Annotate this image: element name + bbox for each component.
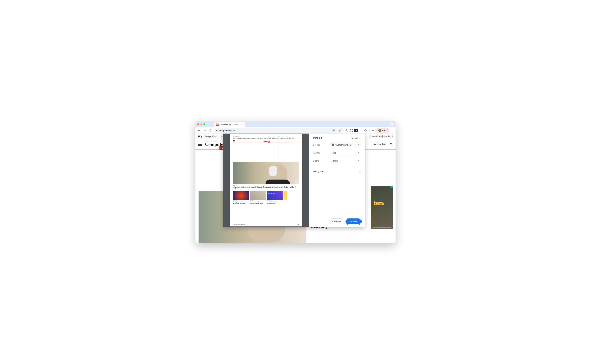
chevron-down-icon [391,124,393,125]
preview-card-image [233,191,249,200]
ad-content: Paquetes de ✈ Expedia [374,201,384,205]
preview-card: TECNOLOGÍA Top Teachers 20 la gala en di… [267,191,282,204]
destination-dropdown[interactable]: Guardar como PDF ▼ [330,142,361,147]
pages-dropdown[interactable]: Todo ▼ [330,150,361,155]
sidebar-ad[interactable]: ▶ Paquetes de ✈ Expedia [371,186,393,229]
site-settings-icon[interactable] [215,129,218,132]
svg-point-14 [392,131,392,131]
reload-button[interactable] [208,128,212,133]
pdf-icon [332,143,334,146]
trending-link-right[interactable]: Bono cultura joven 2024 [369,135,393,137]
toolbar-icons: 文A S LT Error [345,128,394,133]
pages-label: Páginas [313,152,330,154]
install-app-button[interactable] [332,128,336,133]
s-extension-icon[interactable]: S [354,129,358,132]
puzzle-icon [364,129,367,132]
preview-trending-bar: Hoy: Google Maps Hackeo Santander Flippe… [233,138,299,139]
print-title: Imprimir [313,136,322,139]
reload-icon [209,129,212,132]
address-bar[interactable]: computerhoy.com [214,128,344,133]
preview-hamburger-icon [233,140,235,142]
preview-hoy-item: Realme 12 Pro+ [272,138,279,139]
traffic-lights [197,124,205,125]
destination-value: Guardar como PDF [335,144,353,146]
maximize-window-button[interactable] [204,124,205,125]
svg-point-12 [392,129,392,130]
svg-rect-9 [352,129,353,130]
arrow-left-icon [198,129,201,132]
settings-divider [309,167,365,167]
addrbar-actions [332,128,342,133]
tab-search-button[interactable] [389,122,394,126]
trending-label: Hoy: [198,135,203,137]
new-tab-button[interactable]: + [246,122,250,126]
profile-button[interactable]: Error [376,128,389,133]
preview-card-title: Top Teachers 20 la gala en direct miérco… [267,202,282,204]
svg-rect-8 [350,129,352,130]
print-header: Imprimir 18 páginas [313,136,361,139]
save-button[interactable]: Guardar [346,218,361,224]
preview-page: 19/6/24, 16:54 ComputerHoy.com: Todo sob… [230,134,302,227]
svg-rect-11 [352,130,353,132]
avatar-icon [378,129,381,132]
more-settings-label: Más ajustes [313,170,324,173]
preview-doc-title: ComputerHoy.com: Todo sobre tecnología, … [269,136,299,137]
site-logo[interactable]: Computer Hoy [205,142,225,147]
svg-point-13 [392,130,392,130]
preview-hero-image: 91 [233,162,299,184]
print-dialog: 19/6/24, 16:54 ComputerHoy.com: Todo sob… [223,134,365,228]
minimize-window-button[interactable] [200,124,202,125]
reading-list-button[interactable] [371,128,375,133]
forward-button[interactable] [203,128,207,133]
ad-brand: Expedia [377,203,383,205]
user-account-button[interactable] [389,143,393,146]
preview-card-category: TECNOLOGÍA [267,200,282,201]
back-button[interactable] [197,128,201,133]
chevron-down-icon: ▼ [358,152,359,154]
lt-extension-icon[interactable]: LT [359,129,363,132]
preview-card-grid: WINDOWS El temporizador Pomodoro de Wind… [233,191,299,204]
close-tab-button[interactable]: × [242,124,243,126]
toolbar: computerhoy.com 文A S LT [196,127,395,134]
svg-text:文: 文 [346,129,347,131]
install-icon [333,129,335,132]
setting-row-destination: Destino Guardar como PDF ▼ [313,142,361,147]
browser-tab[interactable]: CH ComputerHoy.com: Todo sob × [214,122,245,127]
more-settings-toggle[interactable]: Más ajustes [313,169,361,174]
preview-card [283,191,299,204]
preview-hoy-label: Hoy: [233,138,235,139]
url-text: computerhoy.com [219,129,236,132]
setting-row-layout: Diseño Vertical ▼ [313,158,361,163]
trending-link[interactable]: Google Maps [204,135,217,137]
preview-card-category: WINDOWS [233,200,249,201]
chevron-down-icon: ▼ [358,160,359,162]
preview-meta: 19/6/24, 16:54 ComputerHoy.com: Todo sob… [233,136,299,137]
svg-point-1 [217,130,217,131]
profile-label: Error [382,129,387,131]
newsletters-link[interactable]: Newsletters [373,143,386,146]
close-window-button[interactable] [197,124,199,125]
preview-footer-url: https://computerhoy.com [233,224,245,225]
menu-hamburger-button[interactable] [198,143,202,146]
extensions-button[interactable] [363,128,368,133]
translate-extension-icon[interactable]: 文A [345,129,349,132]
preview-hoy-item: Aria [292,138,294,139]
site-header-right: Newsletters [373,143,393,146]
preview-card-title: He pasado un rato con el Oppo Reno12 Pro… [250,202,266,204]
cancel-button[interactable]: Cancelar [329,218,344,224]
star-icon [339,129,341,132]
menu-button[interactable] [390,128,394,133]
bookmark-button[interactable] [338,128,342,133]
layout-dropdown[interactable]: Vertical ▼ [330,158,361,163]
svg-point-2 [217,131,217,131]
trending-separator: · [219,135,219,137]
print-preview-pane: 19/6/24, 16:54 ComputerHoy.com: Todo sob… [223,134,309,228]
preview-hero-category: ANÁLISIS [233,185,299,186]
preview-timestamp: 19/6/24, 16:54 [233,136,240,137]
content-area: Hoy: Google Maps · Ha Bono cultura joven… [196,134,395,243]
preview-hoy-item: Hackeo Santander [243,138,250,139]
layout-value: Vertical [332,160,338,162]
google-extension-icon[interactable] [350,129,353,132]
svg-point-15 [390,143,392,144]
print-footer: Cancelar Guardar [313,215,361,224]
